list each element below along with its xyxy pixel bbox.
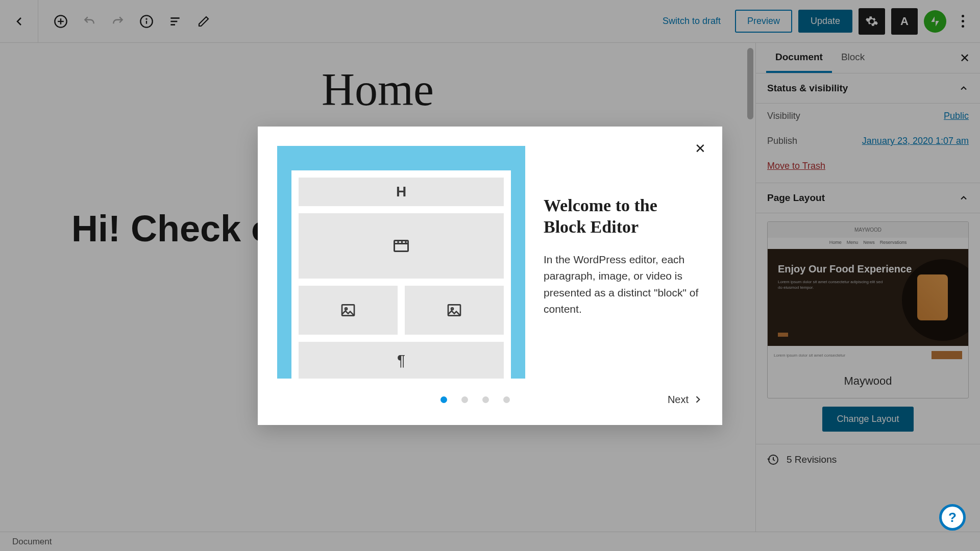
modal-pagination-dots <box>440 396 510 403</box>
chevron-right-icon <box>693 394 703 405</box>
pagination-dot-1[interactable] <box>440 396 447 403</box>
modal-next-button[interactable]: Next <box>668 394 703 406</box>
illustration-media-block <box>299 213 504 279</box>
svg-point-17 <box>451 308 453 310</box>
illustration-image-block <box>405 286 504 335</box>
illustration-paragraph-block: ¶ <box>299 342 504 379</box>
illustration-image-block <box>299 286 398 335</box>
help-button[interactable]: ? <box>939 504 966 531</box>
pagination-dot-3[interactable] <box>482 396 489 403</box>
illustration-heading-block: H <box>299 178 504 206</box>
help-icon: ? <box>948 510 957 525</box>
svg-point-15 <box>345 308 347 310</box>
modal-title: Welcome to the Block Editor <box>544 195 703 238</box>
modal-description: In the WordPress editor, each paragraph,… <box>544 252 703 318</box>
modal-close-button[interactable]: ✕ <box>695 141 706 157</box>
modal-text-area: Welcome to the Block Editor In the WordP… <box>544 146 703 379</box>
welcome-modal: ✕ H ¶ <box>258 127 722 425</box>
pagination-dot-2[interactable] <box>461 396 468 403</box>
pagination-dot-4[interactable] <box>503 396 510 403</box>
modal-footer: Next <box>277 394 703 406</box>
modal-illustration: H ¶ <box>277 146 525 379</box>
modal-overlay[interactable]: ✕ H ¶ <box>0 0 980 551</box>
